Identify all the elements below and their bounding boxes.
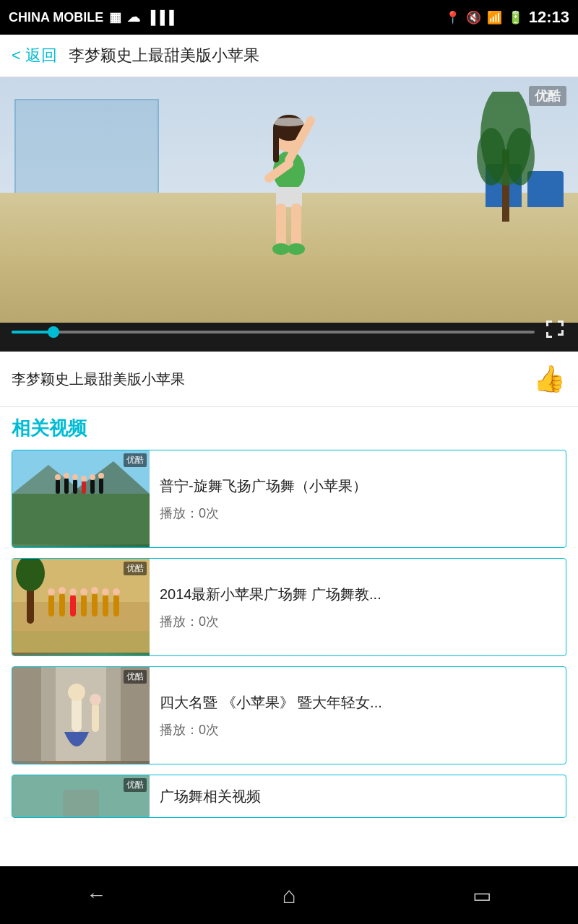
- progress-fill: [12, 331, 53, 334]
- list-item[interactable]: 优酷 2014最新小苹果广场舞 广场舞教... 播放：0次: [12, 558, 566, 656]
- status-carrier: CHINA MOBILE ▦ ☁ ▐▐▐: [9, 9, 174, 25]
- video-info-3: 四大名暨 《小苹果》 暨大年轻女... 播放：0次: [150, 667, 566, 764]
- svg-rect-11: [276, 204, 286, 247]
- svg-point-30: [81, 476, 87, 481]
- bars-icon: ▐▐▐: [146, 10, 173, 25]
- svg-point-28: [64, 473, 69, 479]
- video-card-title-3: 四大名暨 《小苹果》 暨大年轻女...: [160, 692, 556, 712]
- list-item[interactable]: 优酷 广场舞相关视频: [12, 775, 566, 818]
- svg-point-14: [288, 243, 305, 255]
- video-progress-bar[interactable]: [0, 318, 578, 346]
- video-card-title-1: 普宁-旋舞飞扬广场舞（小苹果）: [160, 476, 556, 496]
- video-card-title-4: 广场舞相关视频: [160, 786, 556, 806]
- signal-icon: ▦: [109, 9, 121, 25]
- svg-point-47: [80, 588, 87, 596]
- back-button[interactable]: < 返回: [12, 45, 57, 66]
- video-player[interactable]: 优酷: [0, 77, 578, 352]
- svg-point-3: [506, 128, 535, 186]
- progress-thumb: [48, 326, 59, 338]
- mute-icon: 🔇: [466, 10, 481, 25]
- video-windows: [14, 99, 159, 200]
- page-title: 李梦颖史上最甜美版小苹果: [69, 45, 259, 66]
- svg-point-32: [98, 473, 104, 479]
- video-plant: [477, 92, 535, 222]
- nav-bar: < 返回 李梦颖史上最甜美版小苹果: [0, 35, 578, 77]
- svg-rect-7: [273, 126, 279, 162]
- svg-rect-58: [92, 703, 99, 732]
- youku-watermark: 优酷: [529, 86, 566, 106]
- video-thumbnail-1: 优酷: [12, 450, 150, 547]
- svg-point-49: [102, 588, 109, 596]
- status-time: 12:13: [529, 8, 569, 27]
- thumb-label-3: 优酷: [124, 670, 147, 684]
- thumb-label-1: 优酷: [124, 453, 147, 467]
- svg-rect-41: [92, 593, 98, 616]
- svg-point-48: [91, 587, 98, 594]
- status-bar: CHINA MOBILE ▦ ☁ ▐▐▐ 📍 🔇 📶 🔋 12:13: [0, 0, 578, 35]
- thumb-label-4: 优酷: [124, 778, 147, 792]
- thumbs-up-icon: 👍: [533, 364, 566, 394]
- progress-track[interactable]: [12, 331, 535, 334]
- svg-rect-56: [72, 696, 82, 732]
- carrier-text: CHINA MOBILE: [9, 10, 103, 25]
- play-count-3: 播放：0次: [160, 721, 556, 738]
- svg-rect-26: [99, 478, 103, 494]
- svg-point-27: [55, 474, 61, 480]
- wifi-icon: 📶: [487, 10, 502, 25]
- video-info-4: 广场舞相关视频: [150, 775, 566, 817]
- bottom-nav: ← ⌂ ▭: [0, 866, 578, 924]
- recents-nav-button[interactable]: ▭: [453, 873, 511, 917]
- svg-point-15: [272, 118, 306, 126]
- svg-rect-43: [113, 595, 119, 616]
- svg-rect-24: [82, 481, 86, 494]
- recents-nav-icon: ▭: [473, 884, 491, 907]
- svg-rect-63: [63, 790, 99, 818]
- video-thumbnail-3: 优酷: [12, 667, 150, 764]
- svg-rect-39: [70, 595, 76, 616]
- video-scene: 优酷: [0, 77, 578, 323]
- svg-point-31: [90, 474, 95, 480]
- svg-rect-37: [48, 595, 54, 616]
- svg-rect-22: [64, 478, 69, 494]
- svg-rect-42: [103, 595, 108, 616]
- dancer-figure: [246, 84, 332, 265]
- svg-point-50: [113, 588, 120, 596]
- related-heading: 相关视频: [12, 416, 566, 441]
- like-button[interactable]: 👍: [532, 362, 566, 396]
- svg-point-29: [72, 474, 78, 480]
- svg-rect-38: [59, 593, 65, 616]
- svg-point-45: [59, 587, 66, 594]
- svg-rect-23: [73, 479, 77, 494]
- play-count-2: 播放：0次: [160, 613, 556, 630]
- location-icon: 📍: [445, 10, 460, 25]
- list-item[interactable]: 优酷 四大名暨 《小苹果》 暨大年轻女... 播放：0次: [12, 666, 566, 764]
- video-title: 李梦颖史上最甜美版小苹果: [12, 370, 185, 389]
- video-info-2: 2014最新小苹果广场舞 广场舞教... 播放：0次: [150, 559, 566, 655]
- video-title-row: 李梦颖史上最甜美版小苹果 👍: [0, 352, 578, 407]
- back-nav-button[interactable]: ←: [67, 873, 125, 917]
- list-item[interactable]: 优酷 普宁-旋舞飞扬广场舞（小苹果） 播放：0次: [12, 450, 566, 548]
- svg-rect-40: [81, 595, 87, 616]
- video-card-title-2: 2014最新小苹果广场舞 广场舞教...: [160, 584, 556, 604]
- status-right: 📍 🔇 📶 🔋 12:13: [445, 8, 569, 27]
- svg-rect-25: [90, 479, 95, 494]
- video-info-1: 普宁-旋舞飞扬广场舞（小苹果） 播放：0次: [150, 450, 566, 547]
- back-nav-icon: ←: [86, 884, 106, 907]
- svg-rect-17: [12, 494, 150, 544]
- thumb-label-2: 优酷: [124, 562, 147, 575]
- related-section: 相关视频: [0, 407, 578, 834]
- svg-rect-12: [291, 204, 301, 247]
- svg-point-46: [69, 588, 77, 596]
- svg-point-2: [477, 128, 506, 186]
- home-nav-button[interactable]: ⌂: [260, 873, 318, 917]
- svg-point-44: [48, 588, 55, 596]
- video-thumbnail-2: 优酷: [12, 559, 150, 655]
- play-count-1: 播放：0次: [160, 505, 556, 522]
- back-label[interactable]: < 返回: [12, 45, 57, 66]
- fullscreen-button[interactable]: [543, 318, 566, 346]
- svg-rect-21: [56, 479, 60, 494]
- cloud-icon: ☁: [127, 9, 140, 25]
- video-thumbnail-4: 优酷: [12, 775, 150, 818]
- battery-icon: 🔋: [508, 10, 523, 25]
- svg-point-57: [68, 684, 85, 701]
